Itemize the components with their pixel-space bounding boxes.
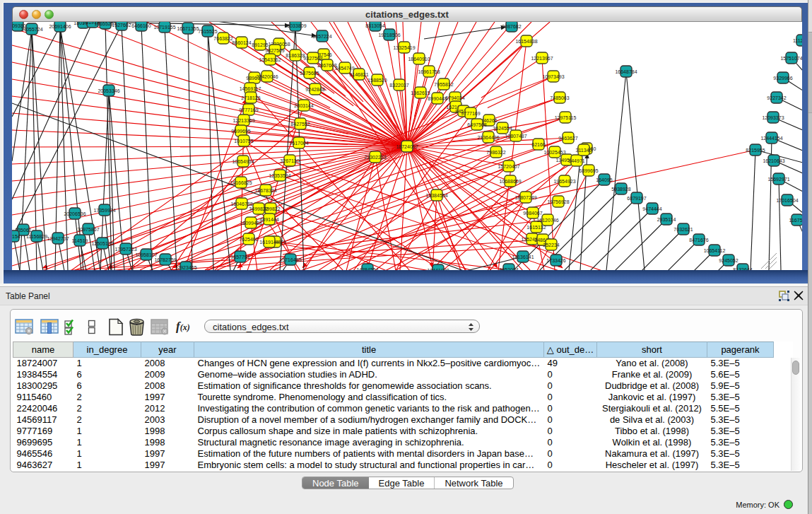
svg-text:12213369: 12213369: [233, 118, 254, 123]
svg-text:14136141: 14136141: [512, 255, 534, 259]
svg-text:311340: 311340: [576, 148, 592, 153]
svg-text:14384554: 14384554: [356, 267, 378, 270]
svg-text:16210643: 16210643: [763, 158, 784, 163]
svg-text:10807487: 10807487: [505, 134, 526, 139]
svg-text:16154838: 16154838: [515, 39, 537, 44]
svg-text:10958107: 10958107: [135, 252, 157, 257]
svg-text:12353594: 12353594: [269, 173, 290, 178]
svg-text:3624554: 3624554: [493, 126, 512, 131]
svg-text:30975867: 30975867: [77, 227, 99, 232]
svg-text:16046788: 16046788: [230, 201, 252, 206]
svg-text:9227342: 9227342: [767, 95, 786, 100]
svg-text:12213967: 12213967: [531, 56, 553, 61]
svg-text:15751074: 15751074: [780, 56, 802, 61]
svg-text:1112276: 1112276: [793, 38, 802, 43]
svg-text:164095: 164095: [596, 177, 612, 182]
svg-text:12093373: 12093373: [762, 115, 784, 120]
svg-text:7485063: 7485063: [550, 95, 569, 100]
svg-text:16099488: 16099488: [240, 221, 261, 226]
svg-text:6497568: 6497568: [467, 122, 486, 127]
svg-text:18724007: 18724007: [396, 144, 418, 149]
svg-text:15720407: 15720407: [498, 164, 519, 169]
svg-text:6879197: 6879197: [627, 196, 646, 201]
svg-text:1362615: 1362615: [411, 90, 430, 95]
svg-text:252234: 252234: [543, 243, 559, 247]
svg-text:8990448: 8990448: [428, 96, 447, 101]
svg-text:10025453: 10025453: [543, 150, 565, 155]
svg-text:15692971: 15692971: [767, 177, 789, 182]
svg-text:7955812: 7955812: [434, 82, 453, 87]
svg-text:9474444: 9474444: [642, 206, 661, 211]
svg-text:17016504: 17016504: [776, 198, 798, 203]
svg-text:16120746: 16120746: [536, 218, 558, 223]
svg-text:1010755: 1010755: [234, 139, 253, 144]
svg-text:9463627: 9463627: [558, 136, 577, 141]
svg-text:12444154: 12444154: [760, 136, 782, 141]
svg-text:12923465: 12923465: [175, 265, 196, 270]
svg-text:9827509: 9827509: [265, 48, 284, 53]
svg-text:7515525: 7515525: [198, 29, 217, 34]
svg-text:8215955: 8215955: [746, 148, 765, 153]
svg-text:9777169: 9777169: [461, 111, 480, 116]
svg-text:20053346: 20053346: [98, 88, 119, 93]
svg-text:9329966: 9329966: [773, 76, 792, 81]
svg-text:20691406: 20691406: [49, 24, 71, 29]
svg-text:10654934: 10654934: [232, 159, 254, 164]
svg-text:8454749: 8454749: [335, 66, 354, 71]
svg-text:10654112: 10654112: [704, 248, 726, 253]
svg-text:9245052: 9245052: [719, 258, 738, 263]
svg-text:62160: 62160: [531, 142, 546, 147]
svg-text:17359924: 17359924: [93, 208, 115, 213]
svg-text:3857224: 3857224: [312, 34, 331, 39]
svg-text:2718126: 2718126: [241, 95, 260, 100]
svg-text:9327508: 9327508: [303, 56, 322, 61]
svg-text:9146821: 9146821: [349, 72, 368, 77]
svg-text:116753: 116753: [789, 218, 802, 223]
svg-text:7986322: 7986322: [486, 150, 505, 155]
svg-text:3499822: 3499822: [249, 206, 268, 211]
svg-text:1733426: 1733426: [546, 258, 565, 263]
svg-text:3267130: 3267130: [280, 158, 299, 163]
svg-text:10719155: 10719155: [153, 25, 175, 30]
svg-text:10688609: 10688609: [499, 179, 521, 184]
svg-text:2935114: 2935114: [657, 217, 676, 222]
svg-text:9857791: 9857791: [230, 255, 249, 259]
svg-text:5938928: 5938928: [611, 187, 630, 192]
svg-text:844971: 844971: [568, 158, 584, 163]
svg-text:16782759: 16782759: [154, 257, 176, 262]
svg-text:20206536: 20206536: [64, 211, 86, 216]
svg-text:19654923: 19654923: [553, 179, 575, 184]
svg-text:6466160: 6466160: [131, 23, 151, 28]
svg-text:21364436: 21364436: [477, 135, 499, 140]
svg-text:4891444: 4891444: [259, 217, 278, 222]
svg-text:18807249: 18807249: [514, 195, 536, 200]
svg-text:19166825: 19166825: [230, 180, 252, 185]
svg-text:8813054: 8813054: [365, 23, 384, 28]
svg-text:15716485: 15716485: [279, 257, 301, 262]
svg-text:2087682: 2087682: [502, 24, 521, 29]
svg-text:8427552: 8427552: [290, 122, 310, 127]
svg-text:19756928: 19756928: [547, 199, 569, 204]
svg-text:17957223: 17957223: [114, 247, 136, 252]
svg-text:9617004: 9617004: [289, 141, 308, 146]
svg-text:12975115: 12975115: [555, 115, 577, 120]
svg-text:6899695: 6899695: [579, 168, 598, 173]
svg-text:19218506: 19218506: [378, 33, 400, 37]
svg-text:114519: 114519: [72, 238, 88, 243]
svg-text:10543362: 10543362: [259, 57, 281, 62]
svg-text:9242848: 9242848: [305, 87, 324, 92]
svg-text:1527602: 1527602: [112, 23, 131, 28]
svg-text:16648784: 16648784: [615, 69, 637, 74]
svg-text:8471676: 8471676: [689, 238, 708, 243]
svg-text:9777169: 9777169: [239, 107, 258, 112]
svg-text:10441988: 10441988: [427, 268, 449, 270]
svg-text:13325419: 13325419: [393, 45, 415, 50]
svg-text:12505135: 12505135: [91, 241, 113, 246]
svg-text:8132644: 8132644: [733, 267, 752, 270]
svg-text:8186328: 8186328: [286, 53, 305, 58]
svg-text:16961758: 16961758: [418, 69, 440, 74]
svg-text:12942737: 12942737: [47, 236, 69, 241]
svg-text:16671355: 16671355: [177, 26, 199, 31]
svg-text:14569117: 14569117: [240, 86, 261, 91]
svg-text:14055724: 14055724: [20, 27, 42, 32]
